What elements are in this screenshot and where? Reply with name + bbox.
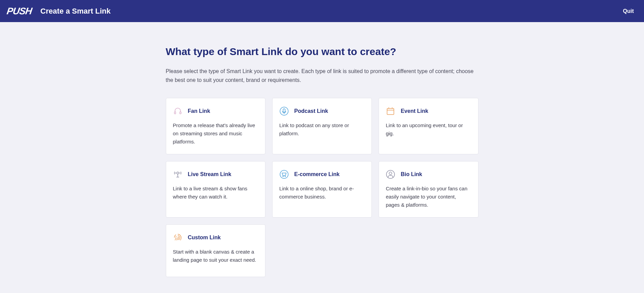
svg-point-17 bbox=[285, 176, 285, 177]
card-header: Custom Link bbox=[173, 233, 258, 242]
card-event-link[interactable]: Event Link Link to an upcoming event, to… bbox=[379, 98, 478, 154]
svg-point-18 bbox=[386, 170, 395, 178]
svg-point-16 bbox=[283, 176, 283, 177]
svg-point-19 bbox=[389, 172, 392, 175]
card-title: Custom Link bbox=[188, 235, 221, 241]
card-description: Link to an upcoming event, tour or gig. bbox=[386, 121, 471, 138]
page-heading: What type of Smart Link do you want to c… bbox=[166, 46, 478, 57]
svg-rect-3 bbox=[387, 108, 394, 115]
card-description: Link to a live stream & show fans where … bbox=[173, 185, 258, 201]
app-header: PUSH Create a Smart Link Quit bbox=[0, 0, 644, 22]
card-fan-link[interactable]: Fan Link Promote a release that's alread… bbox=[166, 98, 265, 154]
card-title: Podcast Link bbox=[294, 108, 328, 114]
card-bio-link[interactable]: Bio Link Create a link-in-bio so your fa… bbox=[379, 161, 478, 218]
page-description: Please select the type of Smart Link you… bbox=[166, 67, 478, 84]
card-description: Link to a online shop, brand or e-commer… bbox=[279, 185, 365, 201]
card-header: E-commerce Link bbox=[279, 170, 365, 179]
card-title: Event Link bbox=[401, 108, 428, 114]
card-description: Create a link-in-bio so your fans can ea… bbox=[386, 185, 471, 209]
fingerprint-icon bbox=[173, 233, 182, 242]
cards-grid: Fan Link Promote a release that's alread… bbox=[166, 98, 478, 277]
card-title: Bio Link bbox=[401, 171, 422, 177]
broadcast-icon bbox=[173, 170, 182, 179]
logo: PUSH bbox=[6, 6, 33, 17]
calendar-icon bbox=[386, 106, 395, 116]
card-header: Fan Link bbox=[173, 106, 258, 116]
card-ecommerce-link[interactable]: E-commerce Link Link to a online shop, b… bbox=[272, 161, 372, 218]
cart-icon bbox=[279, 170, 289, 179]
main-content: What type of Smart Link do you want to c… bbox=[159, 22, 485, 291]
card-header: Event Link bbox=[386, 106, 471, 116]
card-title: Live Stream Link bbox=[188, 171, 231, 177]
page-title: Create a Smart Link bbox=[40, 7, 111, 16]
card-livestream-link[interactable]: Live Stream Link Link to a live stream &… bbox=[166, 161, 265, 218]
svg-point-12 bbox=[177, 172, 179, 174]
header-left: PUSH Create a Smart Link bbox=[7, 6, 110, 17]
card-description: Link to podcast on any store or platform… bbox=[279, 121, 365, 138]
svg-point-0 bbox=[280, 107, 288, 115]
card-podcast-link[interactable]: Podcast Link Link to podcast on any stor… bbox=[272, 98, 372, 154]
card-description: Start with a blank canvas & create a lan… bbox=[173, 248, 258, 264]
headphones-icon bbox=[173, 106, 182, 116]
card-title: Fan Link bbox=[188, 108, 210, 114]
quit-button[interactable]: Quit bbox=[623, 8, 637, 14]
card-description: Promote a release that's already live on… bbox=[173, 121, 258, 146]
svg-rect-1 bbox=[283, 109, 285, 112]
microphone-icon bbox=[279, 106, 289, 116]
card-title: E-commerce Link bbox=[294, 171, 340, 177]
card-custom-link[interactable]: Custom Link Start with a blank canvas & … bbox=[166, 224, 265, 277]
card-header: Live Stream Link bbox=[173, 170, 258, 179]
svg-point-15 bbox=[280, 170, 288, 178]
person-icon bbox=[386, 170, 395, 179]
card-header: Podcast Link bbox=[279, 106, 365, 116]
card-header: Bio Link bbox=[386, 170, 471, 179]
